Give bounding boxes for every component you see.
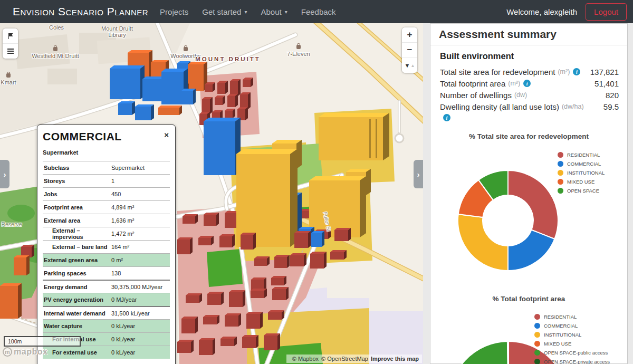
navbar-right: Welcome, alexgleith Logout [506, 3, 627, 21]
nav-item-get-started[interactable]: Get started▾ [202, 7, 247, 16]
legend-label: OPEN SPACE-public access [544, 350, 608, 356]
scale-label: 100m [8, 338, 22, 344]
flag-icon [7, 32, 14, 40]
attribution-link[interactable]: © Mapbox [292, 356, 319, 362]
stat-row: Total site area for redevelopment(m²)i13… [440, 66, 619, 78]
attribute-value: 1,472 m² [111, 231, 169, 237]
app-brand[interactable]: Envision Scenario Planner [13, 5, 148, 18]
chart-slice-residential[interactable] [508, 170, 558, 239]
legend-item[interactable]: INSTITUTIONAL [534, 330, 610, 339]
legend-dot-icon [534, 359, 540, 364]
navbar: Envision Scenario Planner ProjectsGet st… [0, 0, 633, 23]
map-zoom-controls: + − ▼ ▲ [402, 27, 417, 73]
attribute-value: 31,500 kL/year [111, 310, 169, 317]
expand-left-panel-button[interactable]: › [0, 160, 9, 188]
legend-item[interactable]: COMMERCIAL [558, 159, 605, 168]
legend-dot-icon [534, 323, 540, 329]
close-icon[interactable]: × [164, 130, 169, 139]
popup-table-row: Footprint area4,894 m² [43, 200, 170, 214]
attribute-value: 4,894 m² [111, 204, 169, 210]
popup-title: COMMERCIAL [43, 130, 170, 143]
info-icon[interactable]: i [443, 114, 450, 121]
attribution-link[interactable]: © OpenStreetMap [321, 356, 368, 362]
legend-item[interactable]: MIXED USE [534, 339, 610, 348]
legend-dot-icon [534, 341, 540, 347]
attribution-link[interactable]: Improve this map [371, 356, 419, 362]
attribute-label: For external use [44, 349, 111, 356]
stat-unit: (m²) [508, 80, 520, 87]
legend-dot-icon [558, 161, 563, 167]
legend-label: OPEN SPACE-private access [544, 359, 610, 364]
caret-down-icon: ▾ [285, 9, 287, 15]
legend-item[interactable]: RESIDENTIAL [534, 312, 610, 321]
navbar-menu: ProjectsGet started▾About▾Feedback [160, 7, 336, 16]
legend-toggle-button[interactable] [3, 44, 18, 59]
info-icon[interactable]: i [523, 80, 531, 87]
app-viewport: Envision Scenario Planner ProjectsGet st… [0, 0, 633, 364]
stat-info-line: i [440, 112, 619, 123]
nav-item-about[interactable]: About▾ [261, 7, 287, 16]
popup-table-row: Internal water demand31,500 kL/year [43, 306, 170, 319]
zoom-out-button[interactable]: − [402, 43, 417, 58]
welcome-text: Welcome, alexgleith [506, 7, 577, 16]
attribute-label: Energy demand [44, 284, 111, 290]
info-icon[interactable]: i [573, 68, 580, 75]
legend-label: RESIDENTIAL [544, 314, 577, 320]
legend-label: RESIDENTIAL [567, 152, 600, 158]
legend-item[interactable]: OPEN SPACE [558, 186, 605, 195]
stat-value: 820 [606, 91, 619, 100]
stat-row: Dwelling density (all land use lots)(dw/… [440, 101, 619, 112]
assessment-panel: Assessment summary Built environment Tot… [430, 23, 628, 364]
attribute-value: 1 [111, 178, 169, 184]
popup-table-row: External area1,636 m² [43, 214, 170, 227]
chart-slice-commercial[interactable] [508, 230, 554, 271]
logout-button[interactable]: Logout [586, 3, 627, 21]
attribute-value: 0 kL/year [111, 336, 169, 342]
nav-item-label: Projects [160, 7, 188, 16]
chart-slice-institutional[interactable] [458, 214, 508, 271]
legend-label: MIXED USE [567, 179, 594, 185]
legend-item[interactable]: INSTITUTIONAL [558, 168, 605, 177]
legend-label: OPEN SPACE [567, 188, 599, 194]
expand-right-panel-button[interactable]: › [414, 160, 423, 188]
legend-label: COMMERCIAL [544, 323, 578, 329]
popup-table-row: External – impervious1,472 m² [43, 227, 170, 240]
map-style-controls [3, 28, 18, 59]
divider [430, 45, 627, 45]
attribute-label: External – impervious [44, 227, 111, 240]
mapbox-wordmark: mapbox [14, 347, 47, 357]
popup-table-row: External green area0 m² [43, 253, 170, 266]
attribute-value: 30,375,000 MJ/year [111, 284, 169, 290]
legend-item[interactable]: MIXED USE [558, 177, 605, 186]
pitch-toggle-button[interactable]: ▼ ▲ [402, 58, 417, 73]
attribute-value: 164 m² [111, 244, 169, 250]
chart-slice-open-space-private-access[interactable] [507, 341, 509, 364]
legend-label: COMMERCIAL [567, 161, 601, 167]
nav-item-feedback[interactable]: Feedback [301, 7, 336, 16]
legend-label: INSTITUTIONAL [544, 332, 581, 338]
legend-item[interactable]: OPEN SPACE-private access [534, 357, 610, 364]
popup-table-row: Storeys1 [43, 174, 170, 187]
chart-slice-open-space-public-access[interactable] [449, 341, 509, 364]
popup-table-row: Jobs450 [43, 187, 170, 200]
assessment-title: Assessment summary [439, 28, 557, 41]
popup-table-row: External – bare land164 m² [43, 240, 170, 253]
attribute-label: Parking spaces [44, 270, 111, 276]
attribute-label: External area [44, 217, 111, 224]
legend-item[interactable]: OPEN SPACE-public access [534, 348, 610, 357]
legend-label: MIXED USE [544, 341, 571, 347]
legend-item[interactable]: COMMERCIAL [534, 321, 610, 330]
map-style-button[interactable] [3, 28, 18, 44]
stat-label: Dwelling density (all land use lots) [440, 102, 559, 111]
nav-item-projects[interactable]: Projects [160, 7, 188, 16]
attribute-value: 0 kL/year [111, 349, 169, 356]
list-icon [7, 48, 14, 54]
stat-label: Total footprint area [440, 79, 505, 88]
built-environment-heading: Built environment [440, 51, 514, 61]
zoom-in-button[interactable]: + [402, 27, 417, 43]
chart-title: % Total footprint area [430, 295, 627, 303]
legend-item[interactable]: RESIDENTIAL [558, 150, 605, 159]
mapbox-logo[interactable]: m mapbox [3, 347, 47, 357]
stat-unit: (dw) [514, 91, 527, 99]
attribute-label: Subclass [44, 165, 111, 171]
